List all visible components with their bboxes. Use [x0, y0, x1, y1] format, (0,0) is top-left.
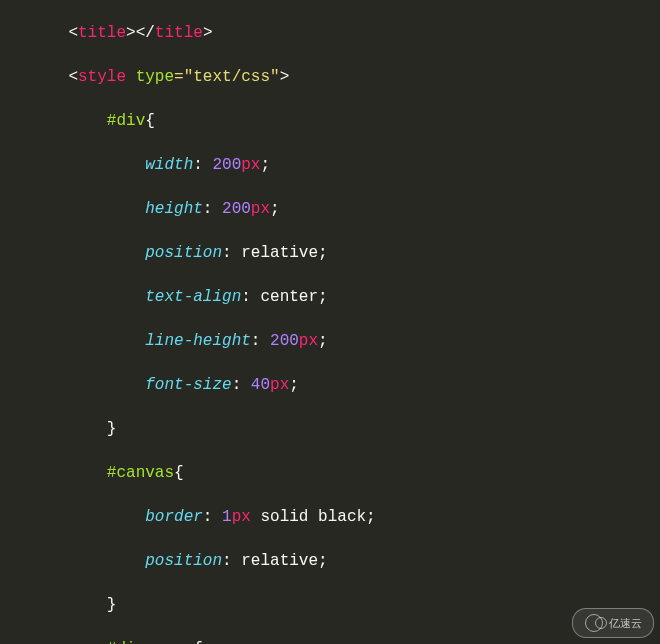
code-line: border: 1px solid black;	[0, 506, 660, 528]
code-line: text-align: center;	[0, 286, 660, 308]
code-line: #div span{	[0, 638, 660, 644]
code-editor: <title></title> <style type="text/css"> …	[0, 0, 660, 644]
code-line: line-height: 200px;	[0, 330, 660, 352]
code-line: <style type="text/css">	[0, 66, 660, 88]
code-line: <title></title>	[0, 22, 660, 44]
code-line: #canvas{	[0, 462, 660, 484]
code-line: height: 200px;	[0, 198, 660, 220]
code-line: }	[0, 418, 660, 440]
code-line: #div{	[0, 110, 660, 132]
code-line: position: relative;	[0, 550, 660, 572]
code-line: }	[0, 594, 660, 616]
code-line: width: 200px;	[0, 154, 660, 176]
code-line: position: relative;	[0, 242, 660, 264]
code-line: font-size: 40px;	[0, 374, 660, 396]
watermark-icon	[585, 614, 603, 632]
watermark-text: 亿速云	[609, 612, 642, 634]
watermark-badge: 亿速云	[572, 608, 654, 638]
